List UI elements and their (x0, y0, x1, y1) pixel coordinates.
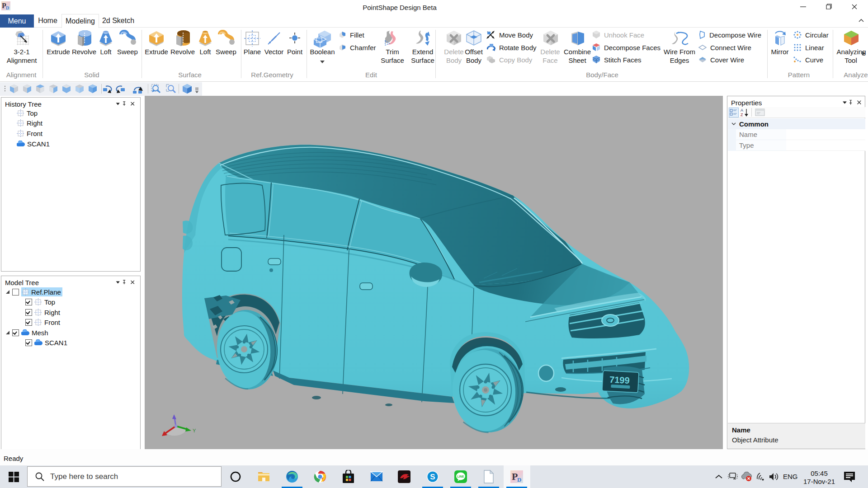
svg-text:D: D (517, 476, 521, 483)
svg-text:A: A (741, 108, 743, 113)
svg-text:D: D (6, 5, 9, 10)
svg-text:7199: 7199 (609, 375, 630, 385)
svg-text:LINE: LINE (458, 475, 464, 478)
svg-text:Y: Y (193, 428, 196, 433)
svg-text:Z: Z (741, 113, 743, 117)
svg-text:S: S (430, 473, 435, 481)
